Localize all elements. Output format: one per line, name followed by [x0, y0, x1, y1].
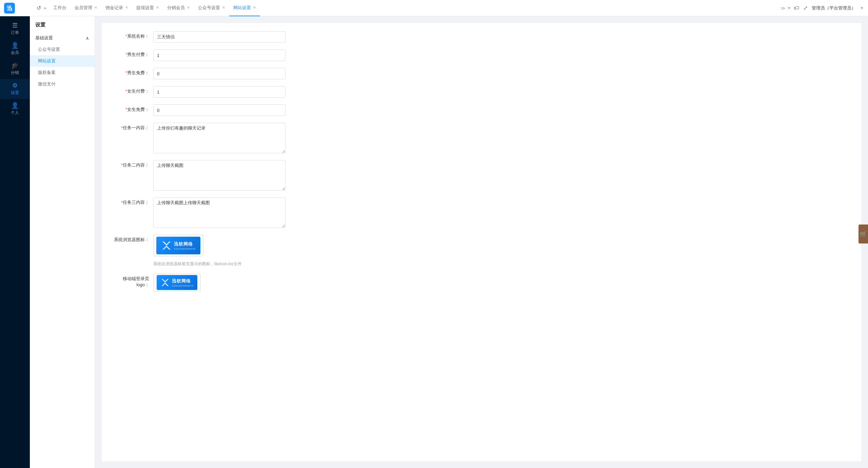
personal-icon: 👤: [11, 102, 19, 109]
browser-icon-upload[interactable]: 迅软网络 xunruannetwork: [153, 235, 203, 256]
menu-item-wechat-settings[interactable]: 公众号设置: [30, 44, 95, 55]
admin-label[interactable]: 管理员（平台管理员）: [812, 5, 856, 11]
distribution-icon: 🎓: [11, 62, 19, 69]
required-star-3: *: [125, 70, 127, 75]
tab-close-icon[interactable]: ✕: [187, 6, 190, 9]
menu-item-website-settings[interactable]: 网站设置: [30, 55, 95, 67]
tab-close-icon[interactable]: ✕: [222, 6, 225, 9]
browser-icon-label: 系统浏览器图标：: [113, 235, 153, 243]
menu-group-basic-label: 基础设置: [35, 35, 53, 41]
orders-label: 订单: [11, 30, 19, 36]
floating-btn-icon: 🛒: [860, 230, 867, 238]
top-bar: 迅 ↺ ‹‹ 工作台会员管理✕佣金记录✕提现设置✕分销会员✕公众号设置✕网站设置…: [0, 0, 868, 16]
xunruan-text: 迅软网络 xunruannetwork: [174, 241, 196, 250]
tabs-nav-controls: ≫ ▼: [778, 5, 794, 11]
sidebar-item-distribution[interactable]: 🎓 分销: [0, 59, 30, 79]
tab-网站设置[interactable]: 网站设置✕: [229, 0, 260, 16]
floating-action-button[interactable]: 🛒: [859, 225, 868, 243]
system-name-input[interactable]: [153, 31, 285, 43]
content-area: *系统名称： *男生付费： *男生免费： *女: [95, 16, 868, 468]
browser-icon-hint: 系统在浏览器标签页显示的图标，favicon.ico文件: [153, 261, 242, 267]
female-free-input[interactable]: [153, 104, 285, 116]
required-star-1: *: [125, 34, 127, 39]
distribution-label: 分销: [11, 70, 19, 76]
tab-公众号设置[interactable]: 公众号设置✕: [194, 0, 229, 16]
form-row-task3: *任务三内容： 上传聊天截图上传聊天截图: [113, 197, 850, 228]
top-right-area: 🏷 ⤢ 管理员（平台管理员） ▼: [794, 5, 864, 11]
tab-提现设置[interactable]: 提现设置✕: [132, 0, 163, 16]
xunruan-x-icon: [161, 240, 172, 251]
tab-close-icon[interactable]: ✕: [125, 6, 128, 9]
refresh-button[interactable]: ↺: [37, 5, 41, 11]
tab-会员管理[interactable]: 会员管理✕: [71, 0, 101, 16]
sidebar-item-personal[interactable]: 👤 个人: [0, 99, 30, 119]
male-fee-input[interactable]: [153, 50, 285, 61]
form-row-system-name: *系统名称：: [113, 31, 850, 43]
female-free-label: *女生免费：: [113, 104, 153, 113]
xunruan-pinyin: xunruannetwork: [174, 247, 196, 250]
female-fee-input[interactable]: [153, 86, 285, 98]
svg-text:迅: 迅: [7, 5, 13, 11]
male-free-input[interactable]: [153, 68, 285, 79]
members-label: 会员: [11, 50, 19, 56]
settings-label: 设置: [11, 90, 19, 96]
tab-佣金记录[interactable]: 佣金记录✕: [101, 0, 132, 16]
form-row-browser-icon: 系统浏览器图标： 迅软网络 xunru: [113, 235, 850, 267]
required-star-4: *: [125, 89, 127, 94]
tab-collapse-button[interactable]: ‹‹: [41, 4, 49, 12]
mobile-logo-x-icon: [160, 278, 170, 287]
male-fee-label: *男生付费：: [113, 50, 153, 58]
mobile-xunruan-pinyin: xunruannetwork: [172, 284, 194, 287]
mobile-logo-preview: 迅软网络 xunruannetwork: [157, 275, 197, 290]
tab-label: 提现设置: [136, 5, 154, 11]
menu-item-wechat-pay[interactable]: 微信支付: [30, 78, 95, 90]
tab-分销会员[interactable]: 分销会员✕: [163, 0, 194, 16]
form-row-task1: *任务一内容： 上传你们有趣的聊天记录: [113, 123, 850, 153]
logo-area: 迅: [4, 3, 34, 14]
tab-close-icon[interactable]: ✕: [94, 6, 97, 9]
tabs-area: ‹‹ 工作台会员管理✕佣金记录✕提现设置✕分销会员✕公众号设置✕网站设置✕: [41, 0, 778, 16]
task1-label: *任务一内容：: [113, 123, 153, 131]
menu-group-basic-arrow: ∧: [86, 36, 89, 41]
left-sidebar: ☰ 订单 👤 会员 🎓 分销 ⚙ 设置 👤 个人: [0, 16, 30, 468]
sidebar-item-orders[interactable]: ☰ 订单: [0, 19, 30, 39]
menu-group-basic-header[interactable]: 基础设置 ∧: [30, 32, 95, 44]
tab-close-icon[interactable]: ✕: [156, 6, 159, 9]
second-sidebar: 设置 基础设置 ∧ 公众号设置 网站设置 版权备案 微信支付: [30, 16, 95, 468]
menu-group-basic: 基础设置 ∧ 公众号设置 网站设置 版权备案 微信支付: [30, 32, 95, 90]
mobile-xunruan-name: 迅软网络: [172, 278, 194, 284]
task1-textarea[interactable]: 上传你们有趣的聊天记录: [153, 123, 285, 153]
sidebar-item-members[interactable]: 👤 会员: [0, 39, 30, 59]
form-row-mobile-logo: 移动端登录页logo： 迅软网络 xunruannetwork: [113, 274, 850, 291]
second-sidebar-title: 设置: [30, 22, 95, 32]
form-row-female-fee: *女生付费：: [113, 86, 850, 98]
form-container: *系统名称： *男生付费： *男生免费： *女: [102, 23, 861, 461]
settings-icon: ⚙: [12, 82, 18, 89]
tabs-expand-icon[interactable]: ≫: [781, 5, 786, 11]
tab-工作台[interactable]: 工作台: [49, 0, 71, 16]
mobile-logo-upload[interactable]: 迅软网络 xunruannetwork: [153, 274, 201, 291]
required-star-7: *: [121, 162, 123, 168]
admin-dropdown-icon[interactable]: ▼: [860, 6, 864, 11]
tab-label: 分销会员: [167, 5, 185, 11]
fullscreen-icon[interactable]: ⤢: [803, 5, 808, 11]
members-icon: 👤: [11, 42, 19, 48]
tag-icon[interactable]: 🏷: [794, 5, 799, 11]
xunruan-name: 迅软网络: [174, 241, 196, 247]
task3-textarea[interactable]: 上传聊天截图上传聊天截图: [153, 197, 285, 228]
female-fee-label: *女生付费：: [113, 86, 153, 94]
tab-label: 佣金记录: [105, 5, 123, 11]
required-star-8: *: [121, 200, 123, 205]
tabs-dropdown-icon[interactable]: ▼: [787, 6, 791, 11]
form-row-female-free: *女生免费：: [113, 104, 850, 116]
tab-close-icon[interactable]: ✕: [253, 6, 256, 9]
orders-icon: ☰: [12, 22, 18, 28]
task2-label: *任务二内容：: [113, 160, 153, 168]
required-star-5: *: [125, 107, 127, 112]
sidebar-item-settings[interactable]: ⚙ 设置: [0, 79, 30, 99]
menu-item-copyright[interactable]: 版权备案: [30, 67, 95, 78]
tab-label: 会员管理: [75, 5, 92, 11]
main-layout: ☰ 订单 👤 会员 🎓 分销 ⚙ 设置 👤 个人 设置 基础设置 ∧: [0, 16, 868, 468]
tab-label: 网站设置: [233, 5, 251, 11]
task2-textarea[interactable]: 上传聊天截图: [153, 160, 285, 191]
